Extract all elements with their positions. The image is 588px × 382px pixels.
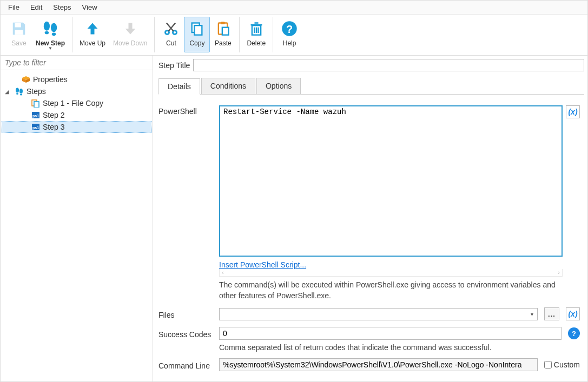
toolbar: Save New Step ▼ Move Up Move Down <box>1 15 587 56</box>
tree-label-step2: Step 2 <box>43 111 64 119</box>
svg-point-19 <box>16 88 19 93</box>
arrow-up-icon <box>84 18 101 39</box>
ps1-icon: ps1 <box>31 123 41 131</box>
main-body: Properties ◢ Steps Step 1 - File Copy ps… <box>1 56 587 382</box>
save-icon <box>10 18 28 39</box>
cut-button[interactable]: Cut <box>158 17 184 52</box>
clipboard-icon <box>214 18 232 39</box>
svg-text:ps1: ps1 <box>32 126 39 130</box>
scissors-icon <box>162 18 180 39</box>
details-panel: PowerShell Insert PowerShell Script... ‹… <box>158 98 584 379</box>
menu-file[interactable]: File <box>4 2 24 13</box>
help-icon: ? <box>281 18 298 39</box>
files-browse-button[interactable]: ... <box>544 307 559 320</box>
svg-rect-12 <box>222 28 229 35</box>
svg-rect-0 <box>15 23 21 28</box>
tree-node-steps[interactable]: ◢ Steps <box>2 85 151 97</box>
custom-label: Custom <box>554 360 580 369</box>
tab-conditions[interactable]: Conditions <box>201 78 255 94</box>
tree-label-properties: Properties <box>33 75 68 84</box>
move-down-button[interactable]: Move Down <box>109 17 151 52</box>
step-title-row: Step Title <box>158 59 584 71</box>
custom-checkbox[interactable]: Custom <box>544 360 580 369</box>
variable-button-files[interactable]: (x) <box>566 307 580 320</box>
copy-label: Copy <box>189 39 204 47</box>
menu-view[interactable]: View <box>78 2 102 13</box>
copy-button[interactable]: Copy <box>184 17 210 52</box>
command-line-input[interactable] <box>219 358 538 371</box>
footsteps-small-icon <box>15 87 24 96</box>
expand-toggle-icon[interactable]: ◢ <box>5 89 12 95</box>
move-down-label: Move Down <box>113 39 147 47</box>
svg-rect-11 <box>221 22 225 24</box>
svg-point-3 <box>45 31 49 35</box>
right-panel: Step Title Details Conditions Options Po… <box>153 56 587 382</box>
command-line-row: Command Line Custom <box>158 358 580 371</box>
svg-rect-9 <box>195 25 202 35</box>
svg-rect-1 <box>15 30 23 35</box>
new-step-button[interactable]: New Step ▼ <box>32 17 69 52</box>
left-panel: Properties ◢ Steps Step 1 - File Copy ps… <box>1 56 153 382</box>
tree-node-properties[interactable]: Properties <box>2 73 151 85</box>
help-icon[interactable]: ? <box>568 327 580 339</box>
chevron-down-icon: ▼ <box>48 47 52 50</box>
delete-button[interactable]: Delete <box>243 17 269 52</box>
success-codes-label: Success Codes <box>158 329 213 339</box>
paste-button[interactable]: Paste <box>210 17 236 52</box>
ps1-icon: ps1 <box>31 111 41 119</box>
tree-label-step3: Step 3 <box>43 123 64 131</box>
svg-rect-24 <box>34 102 39 108</box>
delete-label: Delete <box>247 39 266 47</box>
chevron-down-icon[interactable]: ▾ <box>529 310 535 318</box>
arrow-down-icon <box>122 18 139 39</box>
box-icon <box>21 75 31 84</box>
menubar: File Edit Steps View <box>1 1 587 15</box>
tab-details[interactable]: Details <box>158 78 200 95</box>
tree-label-steps: Steps <box>27 87 46 96</box>
copy-icon <box>188 18 206 39</box>
menu-steps[interactable]: Steps <box>49 2 75 13</box>
tab-options[interactable]: Options <box>256 78 301 94</box>
save-button[interactable]: Save <box>6 17 32 52</box>
success-codes-hint: Comma separated list of return codes tha… <box>219 343 580 352</box>
powershell-editor[interactable] <box>219 105 563 257</box>
steps-tree: Properties ◢ Steps Step 1 - File Copy ps… <box>1 70 153 136</box>
footsteps-icon <box>42 18 59 39</box>
horiz-scroll[interactable]: ‹› <box>219 269 563 277</box>
help-button[interactable]: ? Help <box>276 17 302 52</box>
svg-point-2 <box>44 22 50 31</box>
tree-node-step1[interactable]: Step 1 - File Copy <box>2 97 151 109</box>
tabs: Details Conditions Options <box>158 78 584 95</box>
tree-node-step2[interactable]: ps1 Step 2 <box>2 109 151 121</box>
trash-icon <box>248 18 265 39</box>
save-label: Save <box>11 39 26 47</box>
success-codes-input[interactable] <box>219 327 561 340</box>
custom-checkbox-input[interactable] <box>544 361 552 368</box>
step-title-input[interactable] <box>193 59 584 71</box>
variable-button[interactable]: (x) <box>566 105 580 118</box>
powershell-description: The command(s) will be executed within P… <box>219 280 563 301</box>
powershell-row: PowerShell Insert PowerShell Script... ‹… <box>158 105 580 301</box>
files-combo[interactable]: ▾ <box>219 308 538 320</box>
tree-node-step3[interactable]: ps1 Step 3 <box>2 121 151 133</box>
menu-edit[interactable]: Edit <box>26 2 47 13</box>
move-up-button[interactable]: Move Up <box>76 17 109 52</box>
svg-point-4 <box>51 23 57 32</box>
paste-label: Paste <box>215 39 232 47</box>
move-up-label: Move Up <box>80 39 105 47</box>
cut-label: Cut <box>166 39 176 47</box>
files-row: Files ▾ ... (x) <box>158 307 580 320</box>
powershell-label: PowerShell <box>158 105 213 116</box>
files-label: Files <box>158 309 213 319</box>
svg-text:ps1: ps1 <box>32 114 39 118</box>
success-codes-row: Success Codes ? <box>158 327 580 340</box>
help-label: Help <box>283 39 296 47</box>
filter-input[interactable] <box>1 56 153 70</box>
svg-point-21 <box>19 89 23 93</box>
svg-point-5 <box>52 33 56 36</box>
svg-point-22 <box>20 94 22 96</box>
command-line-label: Command Line <box>158 360 213 370</box>
svg-point-20 <box>16 93 18 95</box>
step-title-label: Step Title <box>158 61 190 70</box>
insert-ps-link[interactable]: Insert PowerShell Script... <box>219 260 306 269</box>
